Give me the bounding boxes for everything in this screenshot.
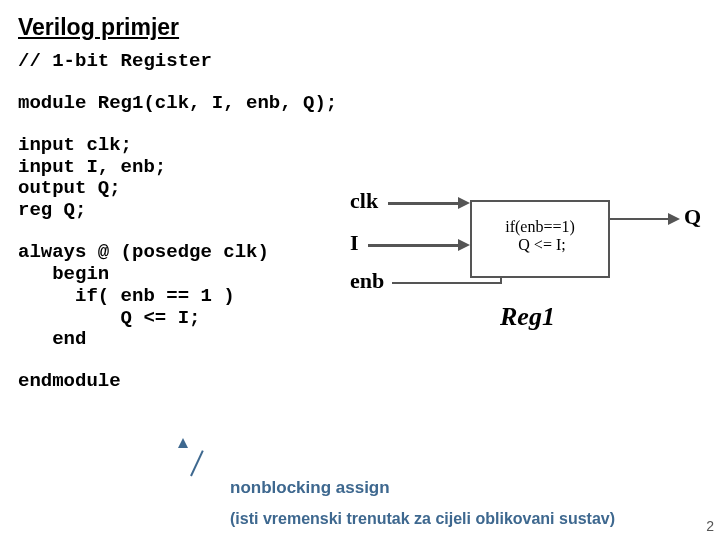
arrow-i: [368, 244, 460, 247]
note-arrow-head: [178, 438, 188, 448]
slide: Verilog primjer // 1-bit Register module…: [0, 0, 720, 540]
code-module-decl: module Reg1(clk, I, enb, Q);: [18, 93, 702, 115]
register-name: Reg1: [500, 302, 555, 332]
page-number: 2: [706, 518, 714, 534]
code-comment: // 1-bit Register: [18, 51, 702, 73]
arrow-clk-head: [458, 197, 470, 209]
register-diagram: clk I enb if(enb==1) Q <= I; Q Reg1: [350, 190, 700, 370]
wire-enb-v: [500, 278, 502, 284]
port-clk-label: clk: [350, 188, 378, 214]
note-nonblocking: nonblocking assign: [230, 478, 390, 498]
port-q-label: Q: [684, 204, 701, 230]
port-i-label: I: [350, 230, 359, 256]
arrow-q-head: [668, 213, 680, 225]
slide-title: Verilog primjer: [18, 14, 702, 41]
code-endmodule: endmodule: [18, 371, 702, 393]
note-explanation: (isti vremenski trenutak za cijeli oblik…: [230, 510, 615, 528]
arrow-i-head: [458, 239, 470, 251]
wire-q: [610, 218, 670, 220]
arrow-clk: [388, 202, 460, 205]
wire-enb-h: [392, 282, 502, 284]
note-arrow-shaft: [190, 450, 204, 476]
register-block: if(enb==1) Q <= I;: [470, 200, 610, 278]
port-enb-label: enb: [350, 268, 384, 294]
register-inner-text: if(enb==1) Q <= I;: [472, 202, 608, 254]
